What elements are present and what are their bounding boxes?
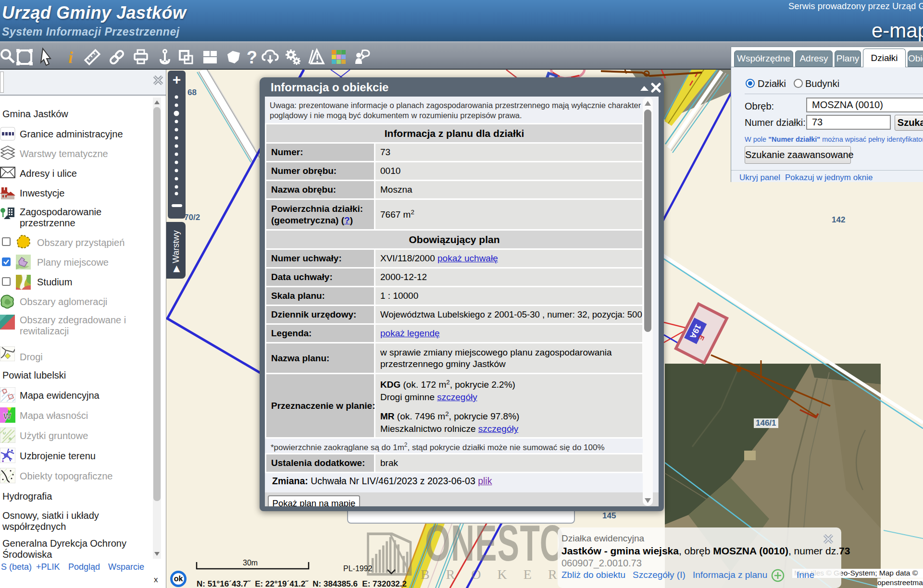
svg-text:?: ?	[247, 48, 257, 67]
svg-text:W: W	[3, 412, 12, 421]
svg-text:U: U	[3, 431, 6, 435]
svg-text:R: R	[9, 437, 12, 441]
svg-text:i: i	[68, 49, 73, 66]
